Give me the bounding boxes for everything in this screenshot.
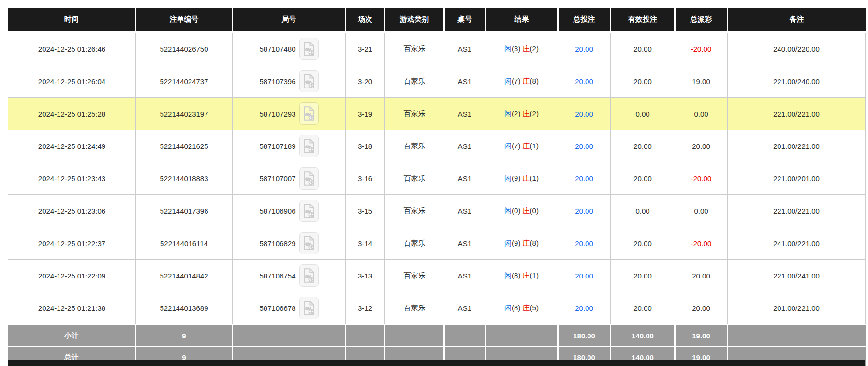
cell-game-type: 百家乐 [385, 227, 444, 260]
result-banker-label: 庄 [523, 206, 530, 215]
result-player-score: (7) [512, 142, 520, 150]
video-replay-button[interactable] [299, 232, 319, 254]
cell-bet-id: 522144013689 [136, 292, 233, 325]
column-header-result: 结果 [485, 8, 558, 32]
cell-bet-id: 522144021625 [136, 130, 233, 162]
round-id-text: 587106906 [259, 207, 295, 215]
video-replay-button[interactable] [299, 200, 319, 222]
total-bet-value[interactable]: 20.00 [575, 175, 593, 183]
result-player-label: 闲 [504, 109, 512, 117]
cell-valid-bet: 0.00 [611, 98, 675, 130]
cell-table-no: AS1 [444, 98, 485, 130]
total-bet-value[interactable]: 20.00 [575, 142, 593, 150]
cell-round-id: 587107480 [233, 32, 346, 65]
cell-session: 3-21 [346, 32, 385, 65]
cell-time: 2024-12-25 01:22:09 [8, 260, 136, 292]
cell-total-bet: 20.00 [558, 130, 611, 162]
result-banker-score: (8) [530, 77, 539, 85]
bet-history-screen: 时间注单编号局号场次游戏类别桌号结果总投注有效投注总派彩备注 2024-12-2… [0, 0, 868, 366]
cell-session: 3-12 [346, 292, 385, 325]
video-replay-button[interactable] [299, 297, 319, 319]
video-replay-button[interactable] [299, 70, 319, 92]
video-replay-button[interactable] [299, 264, 319, 287]
subtotal-row: 小计9180.00140.0019.00 [8, 325, 866, 347]
round-id-wrap: 587106906 [259, 200, 318, 222]
video-file-icon [303, 41, 315, 57]
table-row[interactable]: 2024-12-25 01:22:09522144014842587106754… [8, 260, 866, 292]
cell-payout: 20.00 [675, 130, 728, 162]
cell-payout: -20.00 [675, 162, 728, 195]
table-row[interactable]: 2024-12-25 01:25:28522144023197587107293… [8, 98, 866, 130]
result-banker-score: (5) [530, 304, 539, 312]
result-banker-score: (2) [530, 109, 539, 117]
subtotal-cell-total_bet: 180.00 [558, 325, 611, 347]
table-row[interactable]: 2024-12-25 01:23:06522144017396587106906… [8, 195, 866, 227]
total-bet-value[interactable]: 20.00 [575, 239, 593, 248]
cell-valid-bet: 20.00 [611, 65, 675, 98]
round-id-text: 587106829 [259, 239, 295, 248]
table-row[interactable]: 2024-12-25 01:21:38522144013689587106678… [8, 292, 866, 325]
total-bet-value[interactable]: 20.00 [575, 77, 593, 86]
result-player-score: (0) [512, 206, 520, 215]
result-banker-label: 庄 [523, 271, 530, 279]
result-player-score: (9) [512, 174, 520, 182]
total-bet-value[interactable]: 20.00 [575, 272, 593, 280]
table-row[interactable]: 2024-12-25 01:23:43522144018883587107007… [8, 162, 866, 195]
video-file-icon [303, 138, 315, 154]
cell-round-id: 587106678 [233, 292, 346, 325]
cell-game-type: 百家乐 [385, 195, 444, 227]
video-file-icon [303, 203, 315, 219]
total-bet-value[interactable]: 20.00 [575, 110, 593, 118]
cell-valid-bet: 20.00 [611, 32, 675, 65]
cell-time: 2024-12-25 01:25:28 [8, 98, 136, 130]
cell-round-id: 587106906 [233, 195, 346, 227]
cell-remark: 221.00/221.00 [728, 98, 866, 130]
round-id-text: 587107396 [259, 77, 295, 86]
cell-table-no: AS1 [444, 65, 485, 98]
total-bet-value[interactable]: 20.00 [575, 45, 593, 53]
round-id-wrap: 587107007 [259, 167, 318, 190]
cell-game-type: 百家乐 [385, 162, 444, 195]
column-header-game_type: 游戏类别 [385, 8, 444, 32]
cell-payout: 0.00 [675, 98, 728, 130]
column-header-time: 时间 [8, 8, 136, 32]
table-row[interactable]: 2024-12-25 01:22:37522144016114587106829… [8, 227, 866, 260]
video-file-icon [303, 106, 315, 121]
cell-valid-bet: 20.00 [611, 162, 675, 195]
subtotal-cell-round_id [233, 325, 346, 347]
video-replay-button[interactable] [299, 38, 319, 60]
video-replay-button[interactable] [299, 135, 319, 157]
cell-payout: -20.00 [675, 227, 728, 260]
subtotal-cell-result [485, 325, 558, 347]
cell-result: 闲(3) 庄(2) [485, 32, 558, 65]
result-player-label: 闲 [504, 44, 512, 53]
cell-session: 3-20 [346, 65, 385, 98]
result-player-label: 闲 [504, 77, 512, 85]
round-id-wrap: 587107396 [259, 70, 318, 92]
table-row[interactable]: 2024-12-25 01:26:46522144026750587107480… [8, 32, 866, 65]
video-file-icon [303, 235, 315, 251]
video-replay-button[interactable] [299, 102, 319, 125]
table-row[interactable]: 2024-12-25 01:24:49522144021625587107189… [8, 130, 866, 162]
column-header-bet_id: 注单编号 [136, 8, 233, 32]
result-banker-label: 庄 [523, 142, 530, 150]
round-id-text: 587107007 [259, 175, 295, 183]
total-bet-value[interactable]: 20.00 [575, 304, 593, 312]
video-replay-button[interactable] [299, 167, 319, 190]
total-bet-value[interactable]: 20.00 [575, 207, 593, 215]
table-body: 2024-12-25 01:26:46522144026750587107480… [8, 32, 866, 325]
cell-bet-id: 522144026750 [136, 32, 233, 65]
column-header-session: 场次 [346, 8, 385, 32]
result-player-label: 闲 [504, 174, 512, 182]
result-player-label: 闲 [504, 206, 512, 215]
result-banker-label: 庄 [523, 239, 530, 247]
cell-table-no: AS1 [444, 32, 485, 65]
result-banker-score: (1) [530, 142, 539, 150]
round-id-text: 587106678 [259, 304, 295, 312]
column-header-valid_bet: 有效投注 [611, 8, 675, 32]
table-row[interactable]: 2024-12-25 01:26:04522144024737587107396… [8, 65, 866, 98]
cell-table-no: AS1 [444, 260, 485, 292]
cell-time: 2024-12-25 01:22:37 [8, 227, 136, 260]
cell-bet-id: 522144014842 [136, 260, 233, 292]
cell-bet-id: 522144016114 [136, 227, 233, 260]
